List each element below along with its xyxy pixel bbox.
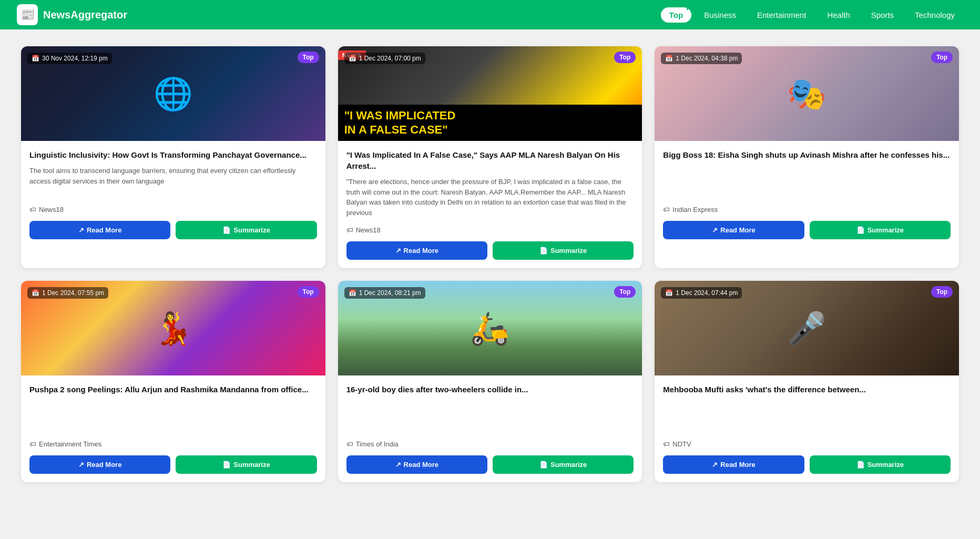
document-icon: 📄 [856, 226, 865, 234]
document-icon: 📄 [539, 461, 548, 469]
card-image: 💃 📅 1 Dec 2024, 07:55 pm Top [21, 281, 325, 375]
read-more-button[interactable]: ↗ Read More [346, 241, 487, 260]
card-title: 16-yr-old boy dies after two-wheelers co… [346, 384, 634, 395]
card-source: 🏷 News18 [346, 226, 634, 234]
card-date: 📅 1 Dec 2024, 07:00 pm [344, 53, 425, 64]
external-link-icon: ↗ [712, 461, 718, 469]
nav-item-technology[interactable]: Technology [906, 7, 963, 23]
summarize-button[interactable]: 📄 Summarize [810, 455, 951, 474]
card-category: Top [931, 52, 953, 63]
card-image: 🎤 📅 1 Dec 2024, 07:44 pm Top [655, 281, 959, 375]
nav: TopBusinessEntertainmentHealthSportsTech… [661, 7, 963, 23]
card-card-4: 💃 📅 1 Dec 2024, 07:55 pm Top Pushpa 2 so… [21, 281, 325, 482]
card-title: Mehbooba Mufti asks 'what's the differen… [663, 384, 951, 395]
card-title: Linguistic Inclusivity: How Govt Is Tran… [29, 149, 317, 160]
tag-icon: 🏷 [663, 440, 670, 448]
card-image: 🎭 📅 1 Dec 2024, 04:38 pm Top [655, 46, 959, 141]
tag-icon: 🏷 [29, 440, 36, 448]
card-category: Top [931, 286, 953, 298]
nav-item-entertainment[interactable]: Entertainment [749, 7, 814, 23]
cards-grid: 🌐 📅 30 Nov 2024, 12:19 pm Top Linguistic… [21, 46, 959, 482]
card-excerpt: "There are elections, hence under the pr… [346, 177, 634, 218]
card-category: Top [298, 286, 319, 298]
card-card-2: NEWS "I WAS IMPLICATEDIN A FALSE CASE" 📅… [338, 46, 642, 268]
card-title: Pushpa 2 song Peelings: Allu Arjun and R… [29, 384, 317, 395]
header: 📰 NewsAggregator TopBusinessEntertainmen… [0, 0, 980, 29]
external-link-icon: ↗ [78, 461, 84, 469]
card-body: "I Was Implicated In A False Case," Says… [338, 141, 642, 268]
summarize-button[interactable]: 📄 Summarize [810, 221, 951, 239]
tag-icon: 🏷 [346, 226, 353, 234]
calendar-icon: 📅 [32, 289, 39, 297]
summarize-button[interactable]: 📄 Summarize [493, 241, 634, 260]
card-actions: ↗ Read More 📄 Summarize [346, 455, 634, 474]
card-image: NEWS "I WAS IMPLICATEDIN A FALSE CASE" 📅… [338, 46, 642, 141]
read-more-button[interactable]: ↗ Read More [29, 221, 170, 239]
calendar-icon: 📅 [665, 289, 673, 297]
read-more-button[interactable]: ↗ Read More [663, 455, 804, 474]
external-link-icon: ↗ [395, 247, 401, 255]
document-icon: 📄 [856, 461, 865, 469]
card-card-1: 🌐 📅 30 Nov 2024, 12:19 pm Top Linguistic… [21, 46, 325, 268]
summarize-button[interactable]: 📄 Summarize [493, 455, 634, 474]
tag-icon: 🏷 [663, 206, 670, 213]
card-body: Bigg Boss 18: Eisha Singh shuts up Avina… [655, 141, 959, 248]
card-actions: ↗ Read More 📄 Summarize [29, 221, 317, 239]
calendar-icon: 📅 [665, 55, 673, 62]
card-title: Bigg Boss 18: Eisha Singh shuts up Avina… [663, 149, 951, 160]
card-source: 🏷 NDTV [663, 440, 951, 448]
card-excerpt [663, 166, 951, 197]
tag-icon: 🏷 [29, 206, 36, 213]
read-more-button[interactable]: ↗ Read More [663, 221, 804, 239]
card-body: Mehbooba Mufti asks 'what's the differen… [655, 375, 959, 482]
logo-icon: 📰 [17, 4, 38, 25]
card-source: 🏷 Times of India [346, 440, 634, 448]
external-link-icon: ↗ [78, 226, 84, 234]
card-date: 📅 1 Dec 2024, 07:55 pm [27, 287, 108, 299]
external-link-icon: ↗ [395, 461, 401, 469]
card-excerpt [29, 400, 317, 432]
card-body: Pushpa 2 song Peelings: Allu Arjun and R… [21, 375, 325, 482]
card-excerpt: The tool aims to transcend language barr… [29, 166, 317, 197]
card-source: 🏷 Entertainment Times [29, 440, 317, 448]
tag-icon: 🏷 [346, 440, 353, 448]
nav-item-health[interactable]: Health [819, 7, 858, 23]
summarize-button[interactable]: 📄 Summarize [176, 455, 317, 474]
card-image: 🛵 📅 1 Dec 2024, 08:21 pm Top [338, 281, 642, 375]
calendar-icon: 📅 [32, 55, 39, 62]
logo-text: NewsAggregator [43, 9, 127, 21]
read-more-button[interactable]: ↗ Read More [29, 455, 170, 474]
external-link-icon: ↗ [712, 226, 718, 234]
card-actions: ↗ Read More 📄 Summarize [663, 221, 951, 239]
card-actions: ↗ Read More 📄 Summarize [29, 455, 317, 474]
card-body: Linguistic Inclusivity: How Govt Is Tran… [21, 141, 325, 248]
card-category: Top [614, 286, 636, 298]
calendar-icon: 📅 [349, 55, 356, 62]
card-date: 📅 1 Dec 2024, 04:38 pm [661, 53, 742, 64]
summarize-button[interactable]: 📄 Summarize [176, 221, 317, 239]
nav-item-business[interactable]: Business [696, 7, 744, 23]
nav-item-top[interactable]: Top [661, 7, 691, 23]
card-source: 🏷 News18 [29, 206, 317, 213]
card-source: 🏷 Indian Express [663, 206, 951, 213]
card-actions: ↗ Read More 📄 Summarize [346, 241, 634, 260]
card-card-6: 🎤 📅 1 Dec 2024, 07:44 pm Top Mehbooba Mu… [655, 281, 959, 482]
document-icon: 📄 [222, 461, 231, 469]
document-icon: 📄 [539, 247, 548, 255]
card-title: "I Was Implicated In A False Case," Says… [346, 149, 634, 171]
card-image: 🌐 📅 30 Nov 2024, 12:19 pm Top [21, 46, 325, 141]
card-excerpt [346, 400, 634, 432]
document-icon: 📄 [222, 226, 231, 234]
calendar-icon: 📅 [349, 289, 356, 297]
read-more-button[interactable]: ↗ Read More [346, 455, 487, 474]
nav-item-sports[interactable]: Sports [863, 7, 902, 23]
card-date: 📅 1 Dec 2024, 07:44 pm [661, 287, 742, 299]
card-card-5: 🛵 📅 1 Dec 2024, 08:21 pm Top 16-yr-old b… [338, 281, 642, 482]
card-card-3: 🎭 📅 1 Dec 2024, 04:38 pm Top Bigg Boss 1… [655, 46, 959, 268]
card-category: Top [298, 52, 319, 63]
card-body: 16-yr-old boy dies after two-wheelers co… [338, 375, 642, 482]
card-actions: ↗ Read More 📄 Summarize [663, 455, 951, 474]
card-date: 📅 30 Nov 2024, 12:19 pm [27, 53, 112, 64]
card-date: 📅 1 Dec 2024, 08:21 pm [344, 287, 425, 299]
card-category: Top [614, 52, 636, 63]
